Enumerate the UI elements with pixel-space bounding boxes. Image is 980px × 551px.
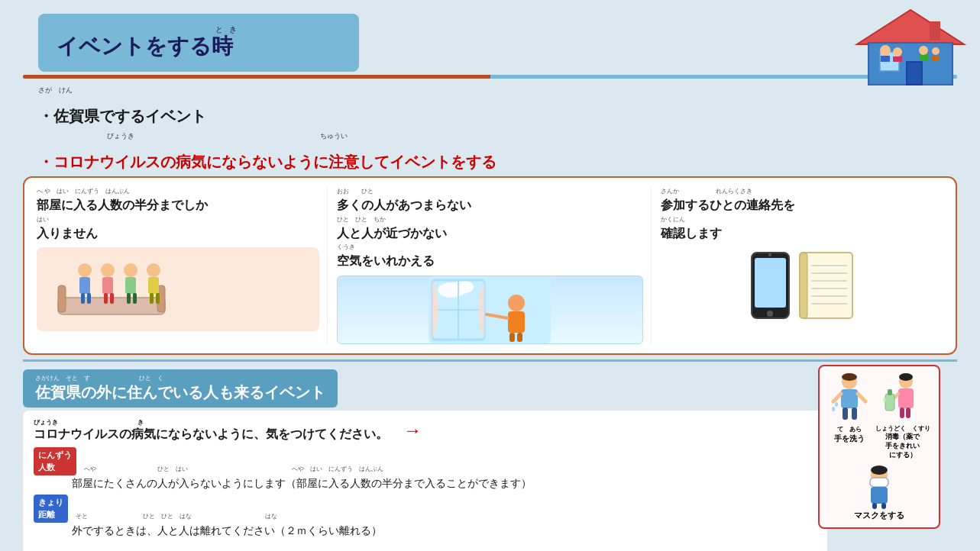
mask-label: マスクをする [826, 510, 933, 521]
main-container: とき イベントをする時 [0, 0, 980, 551]
people-illustration [37, 247, 319, 331]
svg-point-62 [835, 402, 838, 407]
svg-rect-23 [110, 293, 114, 304]
blue-subtitle-ruby: さがけん そと す ひと く [35, 374, 325, 382]
svg-rect-77 [872, 503, 877, 509]
svg-rect-75 [870, 478, 888, 487]
svg-point-11 [932, 47, 940, 55]
svg-rect-14 [58, 285, 66, 312]
blue-subtitle: さがけん そと す ひと く 佐賀県の外に住んでいる人も来るイベント [23, 369, 338, 408]
bullet-2: びょうき ちゅうい ・コロナウイルスの病気にならないように注意してイベントをする [38, 127, 957, 173]
hand-wash-section: て あら 手を洗う [826, 372, 933, 459]
bottom-item-2: きょり距離 そと ひと ひと はな はな 外でするときは、人と人は離れてください… [34, 495, 817, 539]
svg-point-34 [452, 280, 474, 294]
svg-point-38 [508, 295, 525, 311]
svg-rect-27 [133, 293, 137, 304]
svg-rect-70 [885, 394, 894, 411]
svg-rect-30 [150, 293, 154, 304]
svg-point-45 [767, 311, 773, 317]
svg-rect-3 [907, 62, 922, 85]
svg-point-56 [842, 373, 857, 381]
bottom-section: びょうき き コロナウイルスの病気にならないように、気をつけてください。 → に… [23, 411, 827, 551]
svg-rect-68 [900, 408, 904, 418]
right-illustration-box: て あら 手を洗う [818, 365, 940, 529]
content-col-1: へ や はい にんずう はんぶん 部屋に入る人数の半分までしか はい 入りません [37, 187, 319, 344]
content-col-3: さんか れんらくさき 参加するひとの連絡先を かくにん 確認します [651, 187, 943, 344]
bottom-warning-text: びょうき き コロナウイルスの病気にならないように、気をつけてください。 → [34, 418, 817, 443]
content-box-inner: へ や はい にんずう はんぶん 部屋に入る人数の半分までしか はい 入りません [37, 187, 943, 344]
col1-text1: 部屋に入る人数の半分までしか [37, 195, 319, 215]
svg-rect-39 [508, 311, 525, 333]
bullet-2-ruby: びょうき ちゅうい [38, 132, 348, 140]
svg-rect-40 [509, 333, 515, 342]
svg-point-20 [101, 263, 115, 277]
svg-marker-0 [857, 10, 964, 44]
svg-point-46 [768, 253, 771, 256]
svg-rect-60 [843, 408, 848, 420]
title-ruby: とき [57, 24, 341, 35]
window-illustration [337, 276, 643, 344]
content-col-2: おお ひと 多くの人があつまらない ひと ひと ちか 人と人が近づかない くうき… [327, 187, 643, 344]
svg-rect-26 [127, 293, 131, 304]
svg-rect-6 [881, 56, 890, 62]
col2-text1: 多くの人があつまらない [337, 195, 643, 215]
svg-point-65 [899, 373, 913, 381]
title-text: イベントをする時 [57, 34, 233, 58]
svg-rect-8 [893, 56, 902, 62]
blue-subtitle-text: 佐賀県の外に住んでいる人も来るイベント [35, 384, 325, 401]
section-divider [23, 359, 957, 362]
sanitizer-illus: しょうどく くすり 消毒（薬で手をきれいにする） [875, 372, 930, 459]
col1-text2: 入りません [37, 224, 319, 243]
svg-rect-22 [104, 293, 108, 304]
badge-kyori: きょり距離 [34, 495, 68, 523]
mask-illus: マスクをする [826, 464, 933, 521]
content-box: へ や はい にんずう はんぶん 部屋に入る人数の半分までしか はい 入りません [23, 176, 957, 355]
svg-rect-4 [930, 21, 940, 40]
svg-rect-21 [102, 277, 113, 294]
house-illustration [853, 6, 968, 93]
svg-rect-44 [755, 258, 786, 308]
bottom-warning-ruby: びょうき き コロナウイルスの病気にならないように、気をつけてください。 [34, 418, 388, 443]
col3-text2: 確認します [661, 224, 943, 243]
hand-wash-illus: て あら 手を洗う [829, 372, 871, 444]
col2-text3: 空気をいれかえる [337, 251, 643, 271]
svg-line-58 [833, 394, 841, 401]
svg-point-16 [78, 263, 92, 277]
svg-rect-25 [125, 277, 136, 294]
bullets-section: さが けん ・佐賀県でするイベント びょうき ちゅうい ・コロナウイルスの病気に… [38, 82, 957, 173]
svg-rect-10 [919, 55, 928, 61]
svg-point-7 [893, 47, 902, 56]
svg-rect-69 [906, 408, 910, 418]
bottom-container: びょうき き コロナウイルスの病気にならないように、気をつけてください。 → に… [23, 411, 957, 551]
separator-line [23, 75, 957, 79]
svg-rect-12 [932, 56, 940, 61]
svg-rect-76 [871, 487, 888, 504]
svg-rect-19 [87, 293, 91, 304]
phone-book-illustration [661, 250, 943, 321]
svg-point-28 [147, 263, 160, 277]
sanitizer-label: しょうどく くすり 消毒（薬で手をきれいにする） [875, 425, 930, 459]
svg-point-72 [883, 398, 886, 402]
svg-point-9 [919, 46, 928, 55]
svg-rect-17 [79, 277, 90, 294]
svg-rect-31 [156, 293, 160, 304]
svg-rect-78 [881, 503, 886, 509]
svg-rect-66 [898, 388, 914, 408]
svg-point-63 [832, 407, 835, 411]
svg-point-74 [871, 466, 888, 475]
col2-text2: 人と人が近づかない [337, 224, 643, 243]
svg-rect-57 [841, 389, 858, 408]
bullet-1-ruby: さが けん [38, 86, 73, 94]
svg-rect-71 [888, 389, 892, 395]
svg-line-59 [858, 394, 865, 401]
bullet-1: さが けん ・佐賀県でするイベント [38, 82, 957, 127]
bottom-item-1: にんずう人数 へや ひと はい へや はい にんずう はんぶん 部屋にたくさんの… [34, 447, 817, 491]
badge-ninzuu: にんずう人数 [34, 447, 76, 475]
title-section: とき イベントをする時 [38, 14, 359, 72]
svg-rect-48 [800, 253, 807, 318]
svg-rect-18 [81, 293, 85, 304]
hand-wash-label: て あら 手を洗う [829, 425, 871, 444]
svg-point-5 [880, 45, 891, 56]
svg-rect-29 [148, 277, 159, 294]
svg-point-24 [124, 263, 137, 277]
